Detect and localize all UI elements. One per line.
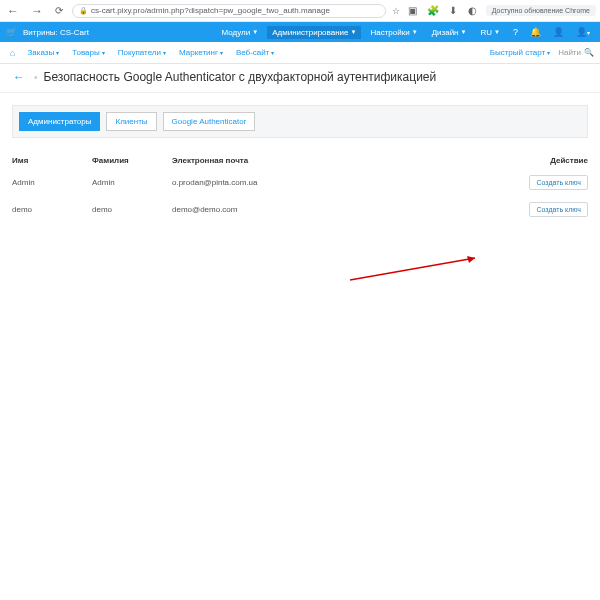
- caret-down-icon: ▾: [220, 49, 223, 56]
- nav-orders[interactable]: Заказы▾: [22, 46, 64, 59]
- forward-arrow-icon[interactable]: →: [28, 4, 46, 18]
- caret-down-icon: ▾: [587, 30, 590, 36]
- table-row: demo demo demo@demo.com Создать ключ: [12, 196, 588, 223]
- url-bar[interactable]: 🔒 cs-cart.pixy.pro/admin.php?dispatch=pw…: [72, 4, 386, 18]
- table-row: Admin Admin o.prodan@pinta.com.ua Создат…: [12, 169, 588, 196]
- menu-modules[interactable]: Модули▼: [217, 26, 264, 39]
- star-icon[interactable]: ☆: [392, 6, 400, 16]
- header-email: Электронная почта: [172, 156, 372, 165]
- chrome-update-badge[interactable]: Доступно обновление Chrome: [486, 5, 596, 16]
- app-topbar: 🛒 Витрины: CS-Cart Модули▼ Администриров…: [0, 22, 600, 42]
- back-button[interactable]: ←: [10, 70, 28, 84]
- caret-down-icon: ▾: [271, 49, 274, 56]
- nav-website[interactable]: Веб-сайт▾: [231, 46, 280, 59]
- header-lastname: Фамилия: [92, 156, 172, 165]
- annotation-arrow-icon: [345, 250, 495, 290]
- cell-lastname: demo: [92, 205, 172, 214]
- svg-line-0: [350, 258, 475, 280]
- caret-down-icon: ▾: [163, 49, 166, 56]
- tab-administrators[interactable]: Администраторы: [19, 112, 100, 131]
- menu-design[interactable]: Дизайн▼: [427, 26, 472, 39]
- storefront-label[interactable]: Витрины: CS-Cart: [23, 28, 89, 37]
- header-firstname: Имя: [12, 156, 92, 165]
- page-title: Безопасность Google Authenticator с двух…: [44, 70, 437, 84]
- cell-firstname: demo: [12, 205, 92, 214]
- tab-google-authenticator[interactable]: Google Authenticator: [163, 112, 256, 131]
- content-area: Администраторы Клиенты Google Authentica…: [0, 93, 600, 235]
- title-row: ← • Безопасность Google Authenticator с …: [0, 64, 600, 93]
- help-icon[interactable]: ?: [509, 25, 522, 39]
- caret-down-icon: ▼: [412, 29, 418, 35]
- nav-customers[interactable]: Покупатели▾: [113, 46, 171, 59]
- home-icon[interactable]: ⌂: [6, 46, 19, 60]
- download-icon[interactable]: ⬇: [446, 4, 460, 18]
- caret-down-icon: ▼: [494, 29, 500, 35]
- separator: •: [34, 72, 38, 83]
- caret-down-icon: ▾: [102, 49, 105, 56]
- browser-toolbar: ← → ⟳ 🔒 cs-cart.pixy.pro/admin.php?dispa…: [0, 0, 600, 22]
- search-input[interactable]: Найти 🔍: [558, 48, 594, 57]
- cell-email: o.prodan@pinta.com.ua: [172, 178, 372, 187]
- tab-clients[interactable]: Клиенты: [106, 112, 156, 131]
- quickstart-button[interactable]: Быстрый старт▾: [490, 48, 551, 57]
- admin-icon[interactable]: 👤: [549, 25, 568, 39]
- cell-lastname: Admin: [92, 178, 172, 187]
- caret-down-icon: ▼: [350, 29, 356, 35]
- reload-icon[interactable]: ⟳: [52, 5, 66, 16]
- incognito-icon[interactable]: ◐: [466, 4, 480, 18]
- cell-firstname: Admin: [12, 178, 92, 187]
- menu-administration[interactable]: Администрирование▼: [267, 26, 361, 39]
- caret-down-icon: ▼: [461, 29, 467, 35]
- user-icon[interactable]: 👤▾: [572, 25, 594, 39]
- nav-marketing[interactable]: Маркетинг▾: [174, 46, 228, 59]
- tabs-container: Администраторы Клиенты Google Authentica…: [12, 105, 588, 138]
- notification-icon[interactable]: 🔔: [526, 25, 545, 39]
- back-arrow-icon[interactable]: ←: [4, 4, 22, 18]
- caret-down-icon: ▼: [252, 29, 258, 35]
- menu-settings[interactable]: Настройки▼: [365, 26, 422, 39]
- extensions-icon[interactable]: 🧩: [426, 4, 440, 18]
- caret-down-icon: ▾: [56, 49, 59, 56]
- url-text: cs-cart.pixy.pro/admin.php?dispatch=pw_g…: [91, 6, 330, 15]
- caret-down-icon: ▾: [547, 49, 550, 56]
- translate-icon[interactable]: ▣: [406, 4, 420, 18]
- svg-marker-1: [467, 256, 475, 263]
- header-action: Действие: [508, 156, 588, 165]
- table-header: Имя Фамилия Электронная почта Действие: [12, 152, 588, 169]
- cart-icon[interactable]: 🛒: [6, 27, 17, 37]
- menu-language[interactable]: RU▼: [475, 26, 505, 39]
- main-navbar: ⌂ Заказы▾ Товары▾ Покупатели▾ Маркетинг▾…: [0, 42, 600, 64]
- lock-icon: 🔒: [79, 7, 88, 15]
- cell-email: demo@demo.com: [172, 205, 372, 214]
- users-table: Имя Фамилия Электронная почта Действие A…: [12, 152, 588, 223]
- nav-products[interactable]: Товары▾: [67, 46, 110, 59]
- create-key-button[interactable]: Создать ключ: [529, 202, 588, 217]
- create-key-button[interactable]: Создать ключ: [529, 175, 588, 190]
